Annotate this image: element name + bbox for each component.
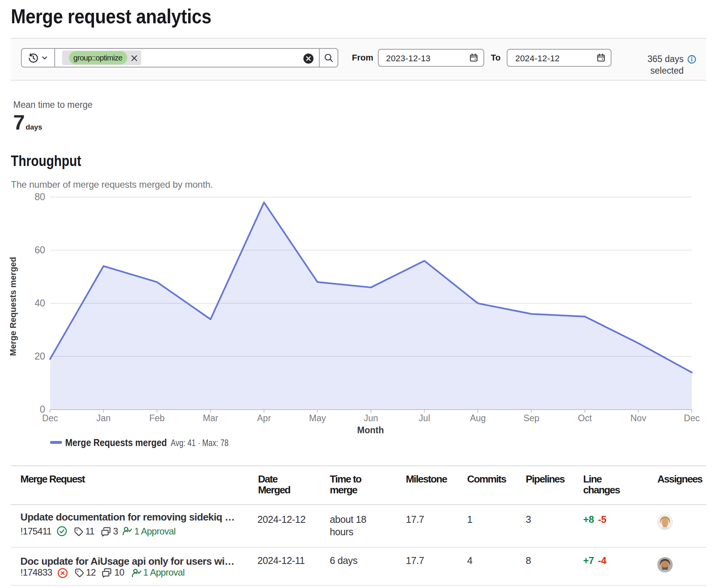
svg-text:60: 60 <box>35 244 45 255</box>
svg-text:Aug: Aug <box>470 413 486 423</box>
svg-text:Month: Month <box>357 425 384 435</box>
svg-text:Jan: Jan <box>96 413 111 423</box>
svg-text:Sep: Sep <box>523 413 539 423</box>
svg-text:Oct: Oct <box>578 413 592 423</box>
svg-text:Mar: Mar <box>203 413 218 423</box>
svg-text:Jul: Jul <box>419 413 430 423</box>
svg-text:20: 20 <box>35 351 45 361</box>
svg-text:Apr: Apr <box>257 413 271 423</box>
svg-text:Feb: Feb <box>149 413 165 423</box>
svg-text:Dec: Dec <box>42 413 58 423</box>
svg-text:Nov: Nov <box>630 413 646 423</box>
svg-text:Jun: Jun <box>364 413 378 423</box>
svg-text:Merge Requests merged: Merge Requests merged <box>65 437 167 448</box>
svg-text:Avg: 41 · Max: 78: Avg: 41 · Max: 78 <box>171 438 229 448</box>
svg-text:Dec: Dec <box>684 413 700 423</box>
svg-text:80: 80 <box>35 191 45 202</box>
svg-text:40: 40 <box>35 297 45 308</box>
svg-text:Merge Requests merged: Merge Requests merged <box>8 257 18 356</box>
svg-text:May: May <box>309 413 326 423</box>
